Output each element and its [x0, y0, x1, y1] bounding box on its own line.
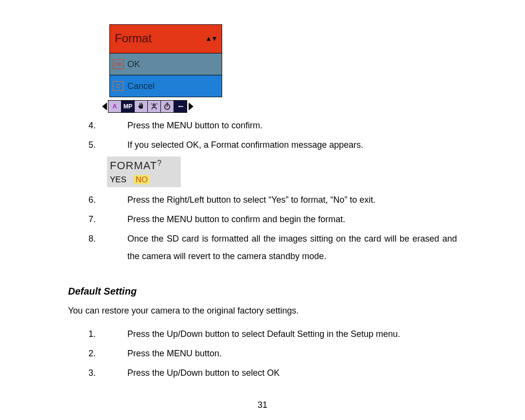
- menu-title: Format: [115, 27, 152, 50]
- step-6: 6. Press the Right/Left button to select…: [68, 191, 457, 209]
- cancel-key-icon: C: [113, 81, 123, 91]
- menu-header: Format ▲▼: [110, 25, 222, 53]
- format-confirm-screenshot: FORMAT? YES NO: [107, 157, 181, 187]
- step-7: 7. Press the MENU button to confirm and …: [68, 210, 457, 228]
- default-step-1: 1. Press the Up/Down button to select De…: [68, 325, 457, 343]
- mode-icon-strip: A MP: [102, 100, 457, 113]
- step-4: 4. Press the MENU button to confirm.: [68, 117, 457, 134]
- steps-list-b: 6. Press the Right/Left button to select…: [68, 191, 457, 265]
- setup-icon: [174, 100, 187, 113]
- ok-key-icon: OK: [113, 59, 123, 69]
- svg-point-0: [153, 104, 156, 106]
- portrait-icon: [147, 100, 161, 113]
- hand-icon: [134, 100, 148, 113]
- format-menu-screenshot: Format ▲▼ OK OK C Cancel: [109, 24, 222, 97]
- confirm-yes: YES: [110, 175, 126, 184]
- step-8: 8. Once the SD card is formatted all the…: [68, 230, 457, 265]
- right-arrow-icon: [189, 103, 193, 110]
- text-mode-icon: A: [108, 100, 122, 113]
- manual-page: Format ▲▼ OK OK C Cancel A MP: [0, 0, 525, 382]
- timer-icon: [160, 100, 174, 113]
- section-heading-default-setting: Default Setting: [68, 281, 457, 301]
- menu-item-ok: OK OK: [110, 53, 222, 75]
- default-step-3: 3. Press the Up/Down button to select OK: [68, 364, 457, 382]
- mp-mode-icon: MP: [121, 100, 135, 113]
- page-number: 31: [0, 400, 525, 410]
- ok-label: OK: [127, 55, 140, 73]
- svg-point-2: [178, 106, 180, 107]
- confirm-options: YES NO: [110, 174, 178, 186]
- section-intro: You can restore your camera to the origi…: [68, 302, 457, 319]
- steps-list-a: 4. Press the MENU button to confirm. 5. …: [68, 117, 457, 154]
- up-down-icon: ▲▼: [205, 32, 217, 45]
- default-step-2: 2. Press the MENU button.: [68, 345, 457, 362]
- svg-rect-3: [180, 106, 183, 107]
- step-5: 5. If you selected OK, a Format confirma…: [68, 136, 457, 154]
- steps-list-default: 1. Press the Up/Down button to select De…: [68, 325, 457, 382]
- confirm-title: FORMAT?: [110, 158, 178, 174]
- left-arrow-icon: [102, 103, 107, 110]
- cancel-label: Cancel: [127, 77, 155, 95]
- confirm-no: NO: [134, 175, 150, 184]
- menu-item-cancel: C Cancel: [110, 75, 222, 97]
